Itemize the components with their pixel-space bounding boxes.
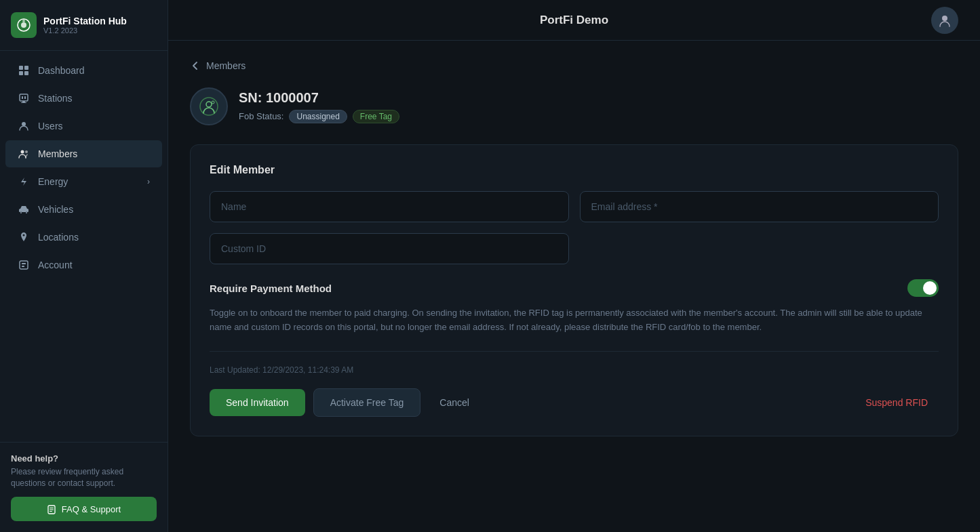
back-arrow-icon (190, 60, 201, 71)
svg-rect-15 (19, 209, 28, 212)
app-version: V1.2 2023 (43, 26, 127, 35)
badge-unassigned: Unassigned (289, 110, 347, 123)
svg-point-1 (21, 22, 26, 28)
svg-rect-10 (22, 96, 23, 99)
svg-rect-26 (50, 510, 54, 510)
sidebar-item-label: Dashboard (38, 65, 85, 76)
account-icon (18, 259, 30, 271)
topbar: PortFi Demo (168, 0, 980, 41)
page-content: Members SN: 1000007 Fob Status: Unassign… (168, 41, 980, 532)
app-title: PortFi Station Hub (43, 16, 127, 26)
sidebar-item-label: Members (38, 148, 77, 159)
sidebar-item-energy[interactable]: Energy › (5, 168, 162, 195)
svg-point-31 (212, 101, 214, 104)
stations-icon (18, 92, 30, 104)
svg-rect-11 (24, 96, 26, 99)
cancel-button[interactable]: Cancel (429, 389, 480, 416)
svg-point-19 (26, 212, 27, 213)
svg-point-2 (22, 20, 25, 22)
member-status-row: Fob Status: Unassigned Free Tag (239, 110, 399, 123)
svg-rect-23 (22, 266, 24, 267)
custom-id-field (210, 233, 569, 264)
sidebar: PortFi Station Hub V1.2 2023 Dashboard (0, 0, 168, 532)
form-row-name-email (210, 191, 939, 222)
need-help-text: Please review frequently asked questions… (11, 466, 157, 489)
activate-free-tag-button[interactable]: Activate Free Tag (313, 388, 421, 417)
faq-button-label: FAQ & Support (62, 504, 121, 514)
svg-rect-5 (19, 71, 23, 75)
badge-freetag: Free Tag (353, 110, 399, 123)
sidebar-item-vehicles[interactable]: Vehicles (5, 196, 162, 223)
svg-point-14 (25, 150, 28, 153)
suspend-rfid-button[interactable]: Suspend RFID (855, 389, 939, 416)
member-icon (190, 87, 228, 125)
toggle-thumb (923, 281, 937, 295)
main-content: PortFi Demo Members (168, 0, 980, 532)
breadcrumb[interactable]: Members (190, 60, 958, 71)
svg-point-17 (20, 212, 22, 213)
sidebar-item-label: Vehicles (38, 204, 73, 215)
member-info: SN: 1000007 Fob Status: Unassigned Free … (239, 90, 399, 123)
toggle-track (907, 279, 939, 297)
edit-member-card: Edit Member Require Payment Method (190, 144, 958, 436)
member-sn: SN: 1000007 (239, 90, 399, 106)
svg-rect-9 (21, 102, 26, 103)
svg-rect-3 (19, 66, 23, 70)
vehicles-icon (18, 203, 30, 216)
svg-point-29 (200, 98, 218, 115)
email-input[interactable] (580, 191, 939, 222)
svg-rect-22 (22, 263, 26, 264)
sidebar-item-users[interactable]: Users (5, 112, 162, 140)
name-field (210, 191, 569, 222)
sidebar-item-label: Users (38, 121, 63, 131)
sidebar-nav: Dashboard Stations (0, 51, 168, 442)
energy-icon (18, 176, 30, 188)
sidebar-item-label: Energy (38, 176, 68, 187)
payment-method-toggle[interactable] (907, 279, 939, 297)
svg-rect-25 (50, 508, 54, 508)
locations-icon (18, 231, 30, 243)
need-help-title: Need help? (11, 453, 157, 464)
app-logo (11, 12, 37, 38)
email-field (580, 191, 939, 222)
sidebar-item-label: Locations (38, 232, 79, 243)
svg-rect-7 (20, 94, 28, 101)
member-header: SN: 1000007 Fob Status: Unassigned Free … (190, 87, 958, 125)
sidebar-item-label: Stations (38, 93, 73, 104)
svg-point-13 (21, 150, 24, 154)
sidebar-item-dashboard[interactable]: Dashboard (5, 57, 162, 84)
svg-rect-8 (22, 101, 25, 102)
sidebar-item-account[interactable]: Account (5, 251, 162, 279)
svg-point-20 (23, 234, 25, 237)
svg-point-28 (942, 16, 947, 21)
last-updated: Last Updated: 12/29/2023, 11:24:39 AM (210, 365, 939, 375)
svg-point-12 (22, 122, 26, 126)
payment-method-toggle-row: Require Payment Method (210, 279, 939, 297)
form-row-custom-id (210, 233, 939, 264)
members-icon (18, 148, 30, 160)
toggle-label: Require Payment Method (210, 283, 332, 294)
send-invitation-button[interactable]: Send Invitation (210, 389, 305, 416)
card-title: Edit Member (210, 164, 939, 176)
custom-id-input[interactable] (210, 233, 569, 264)
svg-rect-21 (20, 261, 28, 269)
file-icon (47, 504, 56, 514)
sidebar-header: PortFi Station Hub V1.2 2023 (0, 0, 168, 51)
sidebar-item-label: Account (38, 260, 73, 270)
fob-status-label: Fob Status: (239, 111, 283, 121)
actions-row: Send Invitation Activate Free Tag Cancel… (210, 388, 939, 417)
chevron-right-icon: › (147, 177, 150, 186)
faq-support-button[interactable]: FAQ & Support (11, 497, 157, 521)
app-title-block: PortFi Station Hub V1.2 2023 (43, 16, 127, 35)
name-input[interactable] (210, 191, 569, 222)
sidebar-item-stations[interactable]: Stations (5, 85, 162, 112)
page-title: PortFi Demo (540, 14, 608, 27)
dashboard-icon (18, 64, 30, 77)
payment-description: Toggle on to onboard the member to paid … (210, 306, 939, 335)
sidebar-item-members[interactable]: Members (5, 140, 162, 167)
svg-rect-27 (50, 511, 52, 512)
users-icon (18, 120, 30, 132)
sidebar-bottom: Need help? Please review frequently aske… (0, 442, 168, 532)
sidebar-item-locations[interactable]: Locations (5, 224, 162, 251)
user-avatar-button[interactable] (931, 7, 958, 34)
